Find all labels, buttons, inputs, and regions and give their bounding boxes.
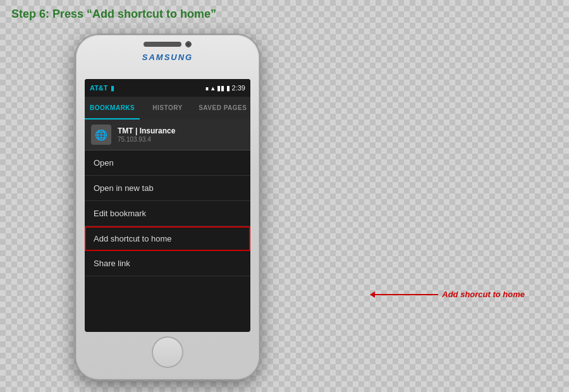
status-bar: AT&T ▮ ∎ ▴ ▮▮ ▮ 2:39 [85, 79, 250, 97]
bookmark-favicon: 🌐 [91, 125, 111, 145]
tab-saved-pages[interactable]: SAVED PAGES [195, 97, 250, 119]
wifi-icon: ▴ [211, 84, 215, 92]
step-title: Step 6: Press “Add shortcut to home” [11, 8, 216, 21]
annotation-label: Add shorcut to home [442, 290, 525, 299]
signal-icon: ▮ [111, 84, 114, 92]
tab-bookmarks[interactable]: BOOKMARKS [85, 97, 140, 119]
speaker-grille [144, 42, 181, 47]
phone-shell: SAMSUNG AT&T ▮ ∎ ▴ ▮▮ ▮ 2:39 BOOKMARKS H… [76, 35, 259, 379]
phone-screen: AT&T ▮ ∎ ▴ ▮▮ ▮ 2:39 BOOKMARKS HISTORY S… [85, 79, 250, 332]
menu-item-open[interactable]: Open [85, 150, 250, 176]
bookmark-url: 75.103.93.4 [118, 136, 244, 143]
context-menu: Open Open in new tab Edit bookmark Add s… [85, 150, 250, 276]
annotation-arrowhead [370, 291, 375, 298]
time-display: 2:39 [232, 84, 245, 92]
annotation-line [375, 294, 438, 295]
browser-tabs: BOOKMARKS HISTORY SAVED PAGES [85, 97, 250, 119]
phone-top-bar [130, 41, 205, 47]
menu-item-add-shortcut[interactable]: Add shortcut to home [85, 226, 250, 251]
tab-history[interactable]: HISTORY [140, 97, 195, 119]
bookmark-title: TMT | Insurance [118, 126, 244, 135]
bluetooth-icon: ∎ [205, 84, 209, 92]
carrier-text: AT&T [90, 84, 108, 92]
menu-item-edit-bookmark[interactable]: Edit bookmark [85, 201, 250, 226]
signal-bars-icon: ▮▮ [217, 84, 224, 92]
status-left: AT&T ▮ [90, 84, 114, 92]
menu-item-open-new-tab[interactable]: Open in new tab [85, 176, 250, 201]
menu-item-share-link[interactable]: Share link [85, 251, 250, 276]
home-button[interactable] [152, 336, 183, 368]
battery-icon: ▮ [226, 84, 230, 92]
bookmark-item[interactable]: 🌐 TMT | Insurance 75.103.93.4 [85, 119, 250, 150]
camera-dot [185, 41, 192, 47]
status-right: ∎ ▴ ▮▮ ▮ 2:39 [205, 84, 245, 92]
samsung-logo: SAMSUNG [142, 52, 193, 62]
annotation-container: Add shorcut to home [370, 290, 525, 299]
bookmark-info: TMT | Insurance 75.103.93.4 [118, 126, 244, 143]
